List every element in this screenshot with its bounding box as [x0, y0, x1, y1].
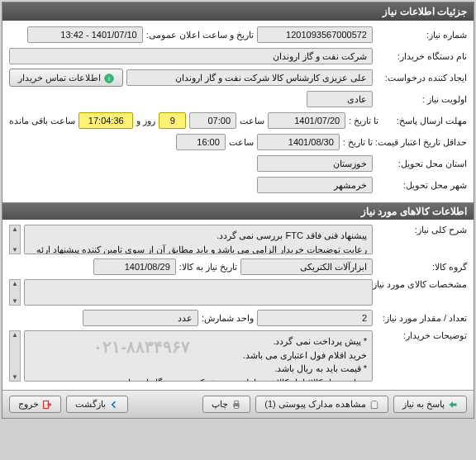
label-price-validity: حداقل تاریخ اعتبار قیمت:: [376, 137, 467, 148]
scroll-up-icon: ▲: [10, 331, 20, 339]
print-label: چاپ: [212, 399, 228, 410]
label-announce-dt: تاریخ و ساعت اعلان عمومی:: [146, 30, 254, 40]
field-need-date-goods: 1401/08/29: [93, 258, 176, 275]
info-icon: i: [104, 72, 114, 83]
footer-toolbar: پاسخ به نیاز مشاهده مدارک پیوستی (1) چاپ…: [2, 390, 474, 418]
field-requester: علی عزیزی کارشناس کالا شرکت نفت و گاز ار…: [126, 69, 373, 86]
window-title: جزئیات اطلاعات نیاز: [383, 6, 467, 17]
label-priority: اولویت نیاز :: [376, 94, 467, 105]
main-window: جزئیات اطلاعات نیاز شماره نیاز: 12010935…: [2, 2, 474, 419]
field-buyer-notes[interactable]: * پیش پرداخت نمی گردد. خرید اقلام فول اع…: [24, 330, 373, 382]
label-requester: ایجاد کننده درخواست:: [376, 73, 467, 83]
field-qty: 2: [257, 310, 373, 326]
back-label: بازگشت: [75, 399, 106, 410]
label-buyer-notes: توضیحات خریدار:: [376, 330, 467, 341]
scrollbar-notes[interactable]: ▲▼: [9, 330, 21, 382]
exit-label: خروج: [18, 399, 39, 410]
label-need-desc: شرح کلی نیاز:: [376, 225, 467, 235]
reply-icon: [448, 399, 458, 410]
field-need-no: 1201093567000572: [257, 26, 373, 43]
field-goods-spec[interactable]: [24, 279, 373, 306]
label-city: شهر محل تحویل:: [376, 180, 467, 191]
label-to-date-1: تا تاریخ :: [349, 116, 378, 126]
label-unit: واحد شمارش:: [202, 313, 254, 324]
exit-button[interactable]: خروج: [9, 396, 61, 413]
field-validity-time: 16:00: [176, 134, 226, 150]
back-button[interactable]: بازگشت: [66, 396, 128, 413]
attachments-label: مشاهده مدارک پیوستی (1): [264, 399, 366, 410]
field-goods-group: ابزارآلات الکتریکی: [240, 258, 373, 275]
label-time-remain: ساعت باقی مانده: [9, 116, 75, 126]
reply-label: پاسخ به نیاز: [402, 399, 445, 410]
svg-rect-4: [235, 406, 239, 409]
field-deadline-date: 1401/07/20: [268, 112, 345, 129]
need-info-section: شماره نیاز: 1201093567000572 تاریخ و ساع…: [2, 21, 474, 202]
field-countdown: 17:04:36: [79, 112, 133, 129]
label-to-date-2: تا تاریخ :: [343, 137, 373, 148]
field-validity-date: 1401/08/30: [257, 134, 340, 150]
label-province: استان محل تحویل:: [376, 159, 467, 169]
label-qty: تعداد / مقدار مورد نیاز:: [376, 313, 467, 324]
scrollbar-desc[interactable]: ▲▼: [9, 225, 21, 254]
label-goods-group: گروه کالا:: [376, 262, 467, 273]
print-icon: [231, 399, 241, 410]
label-goods-spec: مشخصات کالای مورد نیاز:: [376, 279, 467, 290]
scrollbar-spec[interactable]: ▲▼: [9, 279, 21, 306]
label-days-and: روز و: [136, 116, 155, 126]
scroll-down-icon: ▼: [10, 297, 20, 305]
field-province: خوزستان: [257, 155, 373, 172]
label-time-2: ساعت: [229, 137, 254, 148]
label-need-no: شماره نیاز:: [376, 30, 467, 40]
attachments-button[interactable]: مشاهده مدارک پیوستی (1): [255, 396, 388, 413]
field-buyer-org: شرکت نفت و گاز اروندان: [9, 48, 373, 64]
field-announce-dt: 1401/07/10 - 13:42: [27, 26, 143, 43]
svg-rect-3: [235, 401, 239, 404]
field-deadline-time: 07:00: [189, 112, 236, 129]
field-priority: عادی: [307, 91, 373, 107]
label-need-date-goods: تاریخ نیاز به کالا:: [179, 262, 237, 273]
reply-button[interactable]: پاسخ به نیاز: [393, 396, 467, 413]
goods-section-header: اطلاعات کالاهای مورد نیاز: [2, 202, 474, 220]
field-need-desc[interactable]: پیشنهاد فنی فاقد FTC بررسی نمی گردد. رعا…: [24, 225, 373, 254]
buyer-contact-button[interactable]: i اطلاعات تماس خریدار: [9, 69, 123, 86]
field-city: خرمشهر: [257, 177, 373, 193]
back-icon: [109, 399, 119, 410]
goods-section: شرح کلی نیاز: پیشنهاد فنی فاقد FTC بررسی…: [2, 220, 474, 390]
scroll-down-icon: ▼: [10, 246, 20, 254]
attachment-icon: [369, 399, 379, 410]
window-titlebar: جزئیات اطلاعات نیاز: [2, 2, 474, 21]
buyer-contact-label: اطلاعات تماس خریدار: [18, 73, 101, 83]
scroll-down-icon: ▼: [10, 373, 20, 381]
scroll-up-icon: ▲: [10, 280, 20, 287]
label-buyer-org: نام دستگاه خریدار:: [376, 51, 467, 62]
label-time-1: ساعت: [240, 116, 264, 126]
field-unit: عدد: [83, 310, 198, 326]
print-button[interactable]: چاپ: [202, 396, 250, 413]
scroll-up-icon: ▲: [10, 225, 20, 233]
footer-spacer: [133, 396, 198, 413]
exit-icon: [42, 399, 52, 410]
label-reply-deadline: مهلت ارسال پاسخ:: [382, 116, 467, 126]
field-days-remaining: 9: [159, 112, 186, 129]
